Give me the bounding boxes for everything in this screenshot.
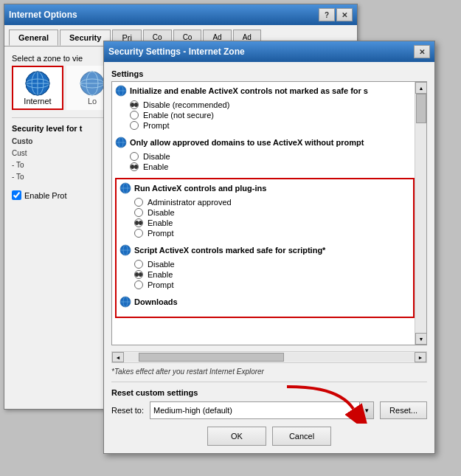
radio-approved-enable-circle: [130, 162, 139, 171]
setting-group-run-activex: Run ActiveX controls and plug-ins Admini…: [119, 182, 410, 238]
reset-to-label: Reset to:: [111, 406, 144, 415]
radio-run-prompt[interactable]: Prompt: [119, 228, 410, 238]
setting-script-activex-title: Script ActiveX controls marked safe for …: [119, 244, 410, 256]
setting-approved-domains-title: Only allow approved domains to use Activ…: [115, 137, 415, 148]
radio-run-enable-circle: [134, 218, 143, 227]
settings-list[interactable]: Initialize and enable ActiveX controls n…: [112, 82, 426, 345]
radio-initialize-prompt-circle: [130, 121, 139, 130]
radio-initialize-prompt-label: Prompt: [143, 121, 169, 130]
scroll-thumb[interactable]: [416, 94, 426, 123]
radio-script-enable-label: Enable: [148, 270, 173, 279]
highlighted-settings-section: Run ActiveX controls and plug-ins Admini…: [115, 178, 415, 318]
radio-run-enable[interactable]: Enable: [119, 218, 410, 228]
scroll-down-button[interactable]: ▼: [415, 333, 427, 345]
internet-globe-icon: [24, 70, 51, 97]
horiz-track: [124, 353, 415, 362]
radio-run-disable-circle: [134, 208, 143, 217]
reset-button[interactable]: Reset...: [380, 401, 427, 419]
setting-group-approved-domains: Only allow approved domains to use Activ…: [115, 137, 415, 172]
dialog-body: Settings Initialize and enable ActiveX c…: [104, 62, 434, 453]
enable-prot-label: Enable Prot: [24, 191, 66, 200]
tab-general[interactable]: General: [9, 30, 58, 46]
radio-script-enable[interactable]: Enable: [119, 269, 410, 280]
radio-run-admin-label: Administrator approved: [148, 198, 232, 207]
security-dialog-title: Security Settings - Internet Zone: [108, 46, 245, 57]
vertical-scrollbar[interactable]: ▲ ▼: [415, 82, 426, 345]
setting-icon-run: [119, 182, 131, 194]
reset-section-title: Reset custom settings: [111, 388, 427, 397]
reset-section: Reset custom settings Reset to: Medium-h…: [111, 382, 427, 419]
radio-run-disable-label: Disable: [148, 208, 175, 217]
radio-script-enable-circle: [134, 270, 143, 279]
radio-script-disable-circle: [134, 260, 143, 269]
local-zone-label: Lo: [88, 97, 97, 106]
radio-approved-disable-label: Disable: [143, 152, 170, 161]
setting-initialize-activex-label: Initialize and enable ActiveX controls n…: [130, 86, 368, 95]
setting-group-script-activex: Script ActiveX controls marked safe for …: [119, 244, 410, 290]
radio-run-disable[interactable]: Disable: [119, 207, 410, 218]
radio-initialize-prompt[interactable]: Prompt: [115, 120, 415, 131]
scroll-track: [415, 94, 426, 333]
scroll-up-button[interactable]: ▲: [415, 82, 427, 94]
security-settings-dialog: Security Settings - Internet Zone ✕ Sett…: [103, 41, 435, 454]
dialog-close-button[interactable]: ✕: [414, 45, 430, 58]
red-arrow-indicator: [280, 379, 368, 424]
setting-icon-downloads: [119, 296, 131, 308]
radio-run-admin[interactable]: Administrator approved: [119, 197, 410, 207]
scroll-left-button[interactable]: ◄: [112, 352, 124, 362]
reset-row: Reset to: Medium-high (default) ▼ Reset.…: [111, 401, 427, 419]
radio-script-disable-label: Disable: [148, 260, 175, 269]
radio-script-prompt-label: Prompt: [148, 280, 173, 289]
ie-options-titlebar: Internet Options ? ✕: [4, 4, 357, 25]
help-button[interactable]: ?: [319, 8, 335, 21]
radio-initialize-enable-label: Enable (not secure): [143, 111, 214, 120]
setting-group-initialize-activex: Initialize and enable ActiveX controls n…: [115, 85, 415, 131]
ok-button[interactable]: OK: [207, 427, 266, 446]
radio-initialize-disable-label: Disable (recommended): [143, 100, 229, 109]
ie-options-title: Internet Options: [9, 10, 77, 20]
radio-run-prompt-label: Prompt: [148, 229, 173, 238]
setting-initialize-activex-title: Initialize and enable ActiveX controls n…: [115, 85, 415, 97]
radio-script-disable[interactable]: Disable: [119, 259, 410, 269]
radio-approved-disable[interactable]: Disable: [115, 151, 415, 162]
radio-script-prompt[interactable]: Prompt: [119, 280, 410, 290]
radio-script-prompt-circle: [134, 280, 143, 289]
security-dialog-titlebar: Security Settings - Internet Zone ✕: [104, 41, 434, 62]
restart-note: *Takes effect after you restart Internet…: [111, 368, 427, 376]
setting-group-downloads: Downloads: [119, 296, 410, 308]
radio-initialize-enable-circle: [130, 111, 139, 120]
local-globe-icon: [79, 70, 105, 97]
titlebar-controls: ? ✕: [319, 8, 353, 21]
setting-icon-script: [119, 244, 131, 256]
setting-downloads-label: Downloads: [134, 297, 178, 306]
zone-icons: Internet Lo: [12, 66, 118, 110]
setting-run-activex-label: Run ActiveX controls and plug-ins: [134, 184, 266, 193]
settings-section-label: Settings: [111, 69, 427, 78]
scroll-right-button[interactable]: ►: [415, 352, 426, 362]
close-button[interactable]: ✕: [336, 8, 353, 21]
radio-approved-enable-label: Enable: [143, 162, 168, 171]
enable-prot-checkbox[interactable]: [12, 190, 21, 200]
internet-zone-icon[interactable]: Internet: [12, 66, 63, 110]
cancel-button[interactable]: Cancel: [272, 427, 331, 446]
setting-run-activex-title: Run ActiveX controls and plug-ins: [119, 182, 410, 194]
dialog-buttons: OK Cancel: [111, 419, 427, 446]
radio-approved-disable-circle: [130, 152, 139, 161]
horizontal-scrollbar[interactable]: ◄ ►: [111, 351, 427, 363]
radio-initialize-enable[interactable]: Enable (not secure): [115, 110, 415, 120]
radio-run-admin-circle: [134, 198, 143, 207]
setting-icon-approved: [115, 137, 127, 148]
setting-downloads-title: Downloads: [119, 296, 410, 308]
settings-list-container: Initialize and enable ActiveX controls n…: [111, 81, 427, 345]
radio-run-enable-label: Enable: [148, 218, 173, 227]
radio-approved-enable[interactable]: Enable: [115, 162, 415, 172]
radio-initialize-disable[interactable]: Disable (recommended): [115, 100, 415, 110]
radio-initialize-disable-circle: [130, 100, 139, 109]
internet-zone-label: Internet: [24, 97, 51, 106]
radio-run-prompt-circle: [134, 229, 143, 238]
horiz-thumb[interactable]: [139, 353, 284, 362]
reset-dropdown-value: Medium-high (default): [153, 406, 232, 415]
setting-script-activex-label: Script ActiveX controls marked safe for …: [134, 246, 325, 255]
setting-icon-initialize: [115, 85, 127, 97]
setting-approved-domains-label: Only allow approved domains to use Activ…: [130, 138, 364, 147]
